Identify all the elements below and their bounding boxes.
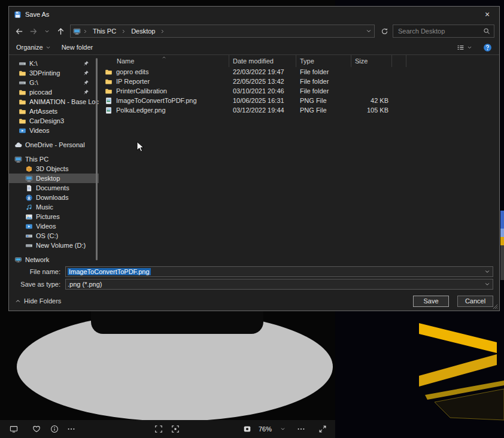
folder-icon [19, 89, 26, 96]
title-bar: Save As × [9, 7, 499, 22]
breadcrumb-this-pc[interactable]: This PC [90, 28, 119, 35]
sidebar-item-animation[interactable]: ANIMATION - Base Locor [9, 97, 99, 107]
sidebar-item-g-drive[interactable]: G:\ [9, 78, 99, 87]
type-cell: File folder [296, 78, 351, 85]
info-button[interactable] [50, 425, 59, 433]
date-modified-cell: 03/12/2022 19:44 [229, 107, 296, 114]
file-name-input[interactable]: ImageToConvertToPDF.png [65, 266, 493, 277]
search-box[interactable] [393, 25, 494, 38]
recent-locations-button[interactable] [41, 26, 52, 36]
sidebar-item-cardesign3[interactable]: CarDesign3 [9, 116, 99, 126]
pin-icon [83, 60, 89, 66]
sidebar-item-label: ANIMATION - Base Locor [29, 98, 99, 105]
save-button[interactable]: Save [413, 296, 449, 307]
sidebar-item-3d-objects[interactable]: 3D Objects [9, 164, 99, 174]
save-as-type-select[interactable]: .png (*.png) [65, 279, 493, 290]
help-button[interactable] [483, 43, 492, 52]
favorite-button[interactable] [32, 425, 41, 433]
sidebar-item-3dprinting[interactable]: 3DPrinting [9, 68, 99, 78]
type-cell: File folder [296, 87, 351, 95]
address-dropdown-icon[interactable] [366, 28, 372, 34]
column-header-type[interactable]: Type [296, 55, 351, 67]
sidebar-item-label: CarDesign3 [29, 117, 99, 124]
column-header-label: Size [355, 57, 368, 65]
sidebar-item-network[interactable]: Network [9, 255, 99, 263]
address-bar[interactable]: This PC Desktop [70, 25, 375, 38]
folder-icon [19, 117, 26, 125]
up-button[interactable] [55, 26, 66, 36]
sidebar-item-picocad[interactable]: picocad [9, 87, 99, 97]
navigation-bar: This PC Desktop [9, 22, 499, 40]
sidebar-item-this-pc[interactable]: This PC [9, 154, 99, 164]
file-row[interactable]: gopro edits 22/03/2022 19:47 File folder [100, 67, 499, 77]
onedrive-cloud-icon [14, 141, 22, 149]
videos-icon [19, 127, 26, 135]
file-row[interactable]: PrinterCalibration 03/10/2021 20:46 File… [100, 86, 499, 96]
drive-icon [25, 242, 33, 250]
column-header-label: Date modified [233, 57, 274, 65]
sidebar-item-videos[interactable]: Videos [9, 221, 99, 231]
sidebar-item-label: 3DPrinting [29, 69, 80, 77]
file-row[interactable]: ImageToConvertToPDF.png 10/06/2025 16:31… [100, 96, 499, 105]
png-file-icon [105, 97, 113, 105]
organize-button[interactable]: Organize [16, 44, 51, 51]
file-row[interactable]: PolkaLedger.png 03/12/2022 19:44 PNG Fil… [100, 105, 499, 115]
close-button[interactable]: × [475, 7, 499, 22]
zoom-dropdown-button[interactable] [280, 427, 286, 432]
more-button[interactable] [67, 425, 75, 433]
chevron-down-icon[interactable] [484, 269, 490, 275]
file-row[interactable]: IP Reporter 22/05/2025 13:42 File folder [100, 77, 499, 86]
display-button[interactable] [10, 425, 18, 433]
zoom-level-button[interactable]: 76% [259, 425, 272, 433]
search-input[interactable] [397, 27, 481, 35]
change-view-button[interactable] [457, 44, 472, 51]
sidebar-item-onedrive[interactable]: OneDrive - Personal [9, 140, 99, 150]
column-header-date-modified[interactable]: Date modified [229, 55, 296, 67]
sidebar-item-new-volume-d[interactable]: New Volume (D:) [9, 241, 99, 250]
fullscreen-button[interactable] [318, 425, 327, 433]
hide-folders-button[interactable]: Hide Folders [15, 297, 61, 305]
column-header-label: Name [117, 57, 134, 65]
network-icon [14, 256, 22, 263]
info-icon [50, 425, 59, 433]
date-modified-cell: 03/10/2021 20:46 [229, 87, 296, 95]
sidebar-item-label: OneDrive - Personal [25, 141, 99, 148]
sidebar-scrollbar[interactable] [96, 58, 98, 260]
column-header-size[interactable]: Size [351, 55, 392, 67]
sidebar-item-os-c[interactable]: OS (C:) [9, 231, 99, 241]
resize-grip[interactable] [493, 304, 498, 309]
sidebar-item-downloads[interactable]: Downloads [9, 193, 99, 202]
sidebar-item-documents[interactable]: Documents [9, 183, 99, 193]
sidebar-item-label: 3D Objects [36, 165, 99, 172]
chevron-down-icon [45, 45, 51, 50]
breadcrumb-desktop[interactable]: Desktop [128, 28, 158, 35]
heart-icon [32, 425, 41, 433]
sidebar-item-label: Videos [29, 127, 99, 134]
refresh-button[interactable] [379, 26, 390, 36]
new-folder-button[interactable]: New folder [62, 44, 93, 51]
back-button[interactable] [14, 26, 25, 36]
cancel-button[interactable]: Cancel [457, 296, 493, 307]
forward-button[interactable] [28, 26, 38, 36]
folder-icon [105, 78, 113, 86]
sidebar-item-k-drive[interactable]: K:\ [9, 59, 99, 68]
more-options-button[interactable] [297, 425, 305, 433]
column-header-name[interactable]: Name [100, 55, 229, 67]
expand-icon [318, 425, 327, 433]
sidebar-item-videos-quick[interactable]: Videos [9, 126, 99, 135]
actual-size-button[interactable] [171, 425, 180, 433]
edit-image-button[interactable] [243, 425, 251, 433]
file-fields: File name: ImageToConvertToPDF.png Save … [9, 263, 499, 291]
sidebar-item-desktop[interactable]: Desktop [9, 174, 99, 183]
sidebar-item-pictures[interactable]: Pictures [9, 212, 99, 221]
viewer-toolbar: 76% [0, 420, 335, 438]
type-cell: PNG File [296, 107, 351, 114]
sidebar-item-music[interactable]: Music [9, 202, 99, 212]
file-name-cell: gopro edits [116, 68, 148, 75]
sidebar-item-label: OS (C:) [36, 232, 99, 239]
sidebar-item-label: Pictures [36, 213, 99, 220]
chevron-down-icon[interactable] [484, 281, 490, 287]
sidebar-item-artassets[interactable]: ArtAssets [9, 107, 99, 116]
zoom-fit-button[interactable] [154, 425, 163, 433]
chevron-right-icon [83, 29, 88, 34]
